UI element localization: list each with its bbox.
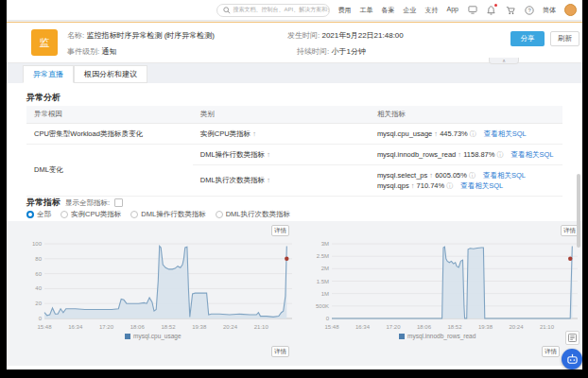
topnav-link[interactable]: 工单	[360, 6, 373, 15]
innodb-rows-read-chart[interactable]: 0500K1M1.5M2M2.5M3M15:4816:3417:2018:061…	[311, 238, 582, 336]
event-header-card: 监 名称: 监控指标时序异常检测 (时序异常检测) 事件级别: 通知 发生时间:…	[7, 22, 582, 63]
cart-icon[interactable]	[505, 5, 515, 15]
anomaly-point-marker	[285, 257, 288, 261]
metric-change-value: 1158.87%	[463, 150, 494, 159]
cause-cell: DML变化	[26, 145, 193, 197]
legend-label: mysql.cpu_usage	[133, 333, 182, 339]
legend-label: mysql.innodb_rows_read	[407, 333, 476, 339]
metrics-section-header: 异常指标 显示全部指标:	[26, 197, 123, 209]
letterbox-right	[582, 0, 588, 378]
tab-root-cause[interactable]: 根因分析和建议	[74, 65, 147, 83]
metric-filter-radio[interactable]: 全部	[26, 210, 51, 219]
svg-text:100: 100	[32, 241, 43, 247]
view-related-sql-link[interactable]: 查看相关SQL	[510, 150, 553, 159]
show-all-metrics-checkbox[interactable]	[114, 198, 123, 207]
radio-icon	[26, 211, 34, 218]
tab-anomaly-live[interactable]: 异常直播	[23, 65, 74, 83]
svg-text:20:24: 20:24	[509, 324, 524, 330]
metric-cell: mysql.innodb_rows_read ↑ 1158.87%ⓘ查看相关SQ…	[370, 145, 562, 165]
top-navigation-bar: 搜索文档、控制台、API、解决方案和资源 费用工单备案企业支持App ? 简体	[7, 0, 582, 21]
survey-icon	[568, 334, 577, 342]
topnav-link[interactable]: 费用	[338, 6, 352, 15]
topnav-link[interactable]: 备案	[382, 6, 395, 15]
info-icon[interactable]: ⓘ	[470, 130, 476, 137]
event-level-value: 通知	[101, 47, 116, 56]
event-level: 事件级别: 通知	[67, 46, 116, 57]
metric-filter-radio[interactable]: DML执行次数类指标	[216, 210, 290, 219]
topnav-link[interactable]: App	[447, 6, 458, 15]
global-search-input[interactable]: 搜索文档、控制台、API、解决方案和资源	[216, 4, 330, 17]
table-row: CPU密集型Workload类指标质变化实例CPU类指标 ↑mysql.cpu_…	[26, 124, 562, 145]
notification-dot	[494, 4, 497, 7]
metric-change-value: 6005.05%	[435, 171, 467, 180]
svg-text:19:38: 19:38	[192, 324, 207, 330]
notification-bell-icon[interactable]	[486, 5, 496, 15]
user-avatar[interactable]	[564, 4, 577, 16]
topnav-link[interactable]: 支持	[425, 6, 439, 15]
svg-text:19:38: 19:38	[478, 324, 493, 330]
language-switch[interactable]: 简体	[543, 6, 556, 15]
svg-text:20:24: 20:24	[223, 324, 238, 330]
refresh-button[interactable]: 刷新	[550, 31, 579, 46]
svg-text:1M: 1M	[321, 291, 329, 297]
metric-name: mysql.qps	[377, 181, 411, 190]
charts-area: 详情 详情 02040608010015:4816:3417:2018:0618…	[7, 221, 582, 366]
info-icon[interactable]: ⓘ	[496, 151, 503, 158]
info-icon[interactable]: ⓘ	[446, 182, 453, 189]
share-button[interactable]: 分享	[510, 31, 545, 46]
chart1-legend: mysql.cpu_usage	[125, 333, 182, 339]
feedback-widget-button[interactable]	[565, 331, 579, 345]
metric-cell: mysql.cpu_usage ↑ 445.73%ⓘ查看相关SQL	[370, 124, 562, 145]
svg-text:2M: 2M	[321, 266, 329, 271]
chart1-detail-button-bottom[interactable]: 详情	[271, 346, 289, 357]
svg-text:0: 0	[39, 316, 43, 321]
svg-text:40: 40	[35, 285, 42, 291]
svg-text:21:10: 21:10	[540, 324, 555, 330]
help-icon[interactable]: ?	[524, 5, 534, 15]
occur-time: 发生时间: 2021年5月22日21:48:00	[287, 30, 404, 41]
svg-text:15:48: 15:48	[37, 324, 52, 330]
duration-label: 持续时间:	[297, 47, 329, 56]
svg-text:18:52: 18:52	[161, 324, 176, 330]
anomaly-analysis-table: 异常根因类别相关指标 CPU密集型Workload类指标质变化实例CPU类指标 …	[26, 106, 562, 197]
metric-filter-radio[interactable]: 实例CPU类指标	[61, 210, 121, 219]
show-all-metrics-label: 显示全部指标:	[65, 198, 110, 208]
svg-text:80: 80	[35, 256, 42, 262]
topnav-link[interactable]: 企业	[404, 6, 417, 15]
letterbox-left	[0, 0, 7, 378]
collapse-handle[interactable]: ∧	[489, 58, 519, 64]
chart2-detail-button-bottom[interactable]: 详情	[542, 346, 560, 357]
cpu-usage-chart[interactable]: 02040608010015:4816:3417:2018:0618:5219:…	[24, 238, 298, 336]
svg-text:60: 60	[35, 271, 42, 277]
svg-text:3M: 3M	[321, 241, 329, 247]
svg-text:0: 0	[326, 316, 330, 321]
view-related-sql-link[interactable]: 查看相关SQL	[484, 129, 527, 138]
view-related-sql-link[interactable]: 查看相关SQL	[483, 171, 526, 180]
content-panel: 异常分析 异常根因类别相关指标 CPU密集型Workload类指标质变化实例CP…	[7, 83, 582, 369]
radio-icon	[216, 211, 223, 218]
info-icon[interactable]: ⓘ	[469, 172, 476, 179]
cause-cell: CPU密集型Workload类指标质变化	[26, 124, 193, 145]
assistant-widget-button[interactable]	[562, 349, 582, 369]
category-cell: DML操作行数类指标 ↑	[193, 145, 370, 165]
search-icon	[223, 5, 231, 15]
svg-text:15:48: 15:48	[324, 324, 339, 330]
scrollbar-thumb[interactable]	[577, 174, 580, 248]
event-level-label: 事件级别:	[67, 47, 99, 56]
legend-swatch	[125, 334, 130, 339]
event-name: 名称: 监控指标时序异常检测 (时序异常检测)	[67, 30, 215, 41]
radio-label: 全部	[37, 210, 51, 219]
category-cell: 实例CPU类指标 ↑	[193, 124, 370, 145]
metric-filter-radio[interactable]: DML操作行数类指标	[130, 210, 205, 219]
metric-change-value: 710.74%	[417, 181, 445, 190]
chart1-detail-button[interactable]: 详情	[271, 225, 289, 236]
view-related-sql-link[interactable]: 查看相关SQL	[460, 181, 503, 190]
svg-text:16:34: 16:34	[355, 324, 371, 330]
search-placeholder: 搜索文档、控制台、API、解决方案和资源	[233, 6, 330, 14]
chart2-legend: mysql.innodb_rows_read	[399, 333, 476, 339]
svg-text:?: ?	[527, 8, 531, 13]
console-icon[interactable]	[467, 5, 477, 15]
radio-label: 实例CPU类指标	[71, 210, 121, 219]
svg-text:2.5M: 2.5M	[317, 253, 329, 259]
svg-text:20: 20	[35, 301, 42, 306]
